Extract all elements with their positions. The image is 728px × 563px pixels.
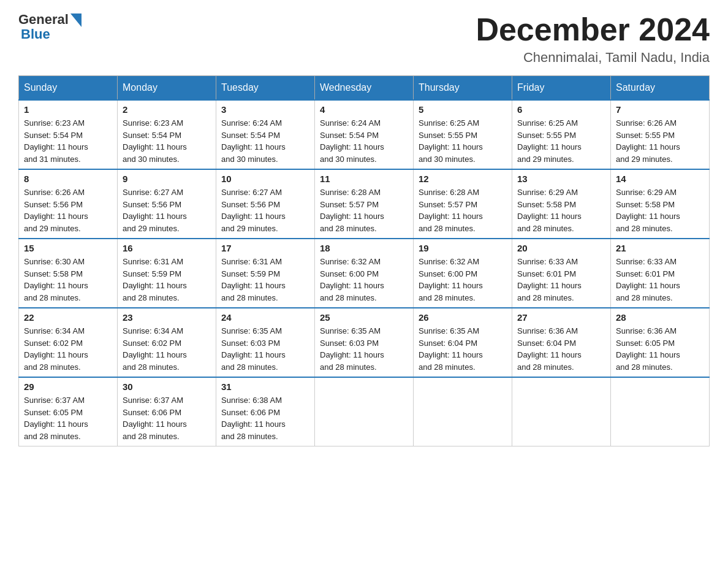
calendar-cell: 6Sunrise: 6:25 AMSunset: 5:55 PMDaylight…	[512, 100, 611, 169]
calendar-cell	[611, 377, 710, 446]
calendar-cell: 22Sunrise: 6:34 AMSunset: 6:02 PMDayligh…	[19, 308, 118, 377]
logo-triangle-icon	[70, 13, 82, 27]
header-thursday: Thursday	[414, 76, 512, 101]
calendar-cell: 19Sunrise: 6:32 AMSunset: 6:00 PMDayligh…	[414, 239, 512, 308]
day-info: Sunrise: 6:25 AMSunset: 5:55 PMDaylight:…	[419, 117, 507, 165]
day-number: 2	[123, 104, 211, 115]
calendar-cell	[414, 377, 512, 446]
day-number: 26	[419, 312, 507, 323]
calendar-cell: 30Sunrise: 6:37 AMSunset: 6:06 PMDayligh…	[118, 377, 216, 446]
calendar-cell: 29Sunrise: 6:37 AMSunset: 6:05 PMDayligh…	[19, 377, 118, 446]
day-number: 24	[221, 312, 309, 323]
day-info: Sunrise: 6:34 AMSunset: 6:02 PMDaylight:…	[24, 325, 112, 373]
week-row-5: 29Sunrise: 6:37 AMSunset: 6:05 PMDayligh…	[19, 377, 710, 446]
calendar-table: SundayMondayTuesdayWednesdayThursdayFrid…	[18, 75, 710, 446]
header-saturday: Saturday	[611, 76, 710, 101]
calendar-cell	[512, 377, 611, 446]
day-info: Sunrise: 6:29 AMSunset: 5:58 PMDaylight:…	[616, 186, 704, 234]
day-info: Sunrise: 6:30 AMSunset: 5:58 PMDaylight:…	[24, 256, 112, 304]
calendar-cell: 4Sunrise: 6:24 AMSunset: 5:54 PMDaylight…	[315, 100, 414, 169]
calendar-cell: 10Sunrise: 6:27 AMSunset: 5:56 PMDayligh…	[216, 169, 315, 239]
day-info: Sunrise: 6:31 AMSunset: 5:59 PMDaylight:…	[221, 256, 309, 304]
calendar-cell: 17Sunrise: 6:31 AMSunset: 5:59 PMDayligh…	[216, 239, 315, 308]
header-sunday: Sunday	[19, 76, 118, 101]
day-info: Sunrise: 6:32 AMSunset: 6:00 PMDaylight:…	[320, 256, 408, 304]
day-info: Sunrise: 6:32 AMSunset: 6:00 PMDaylight:…	[419, 256, 507, 304]
day-info: Sunrise: 6:27 AMSunset: 5:56 PMDaylight:…	[123, 186, 211, 234]
day-number: 17	[221, 243, 309, 253]
calendar-cell: 13Sunrise: 6:29 AMSunset: 5:58 PMDayligh…	[512, 169, 611, 239]
week-row-3: 15Sunrise: 6:30 AMSunset: 5:58 PMDayligh…	[19, 239, 710, 308]
calendar-cell: 26Sunrise: 6:35 AMSunset: 6:04 PMDayligh…	[414, 308, 512, 377]
day-number: 31	[221, 381, 309, 392]
day-number: 23	[123, 312, 211, 323]
month-year-title: December 2024	[476, 12, 710, 47]
day-info: Sunrise: 6:31 AMSunset: 5:59 PMDaylight:…	[123, 256, 211, 304]
day-info: Sunrise: 6:27 AMSunset: 5:56 PMDaylight:…	[221, 186, 309, 234]
day-number: 8	[24, 174, 112, 184]
day-info: Sunrise: 6:36 AMSunset: 6:05 PMDaylight:…	[616, 325, 704, 373]
calendar-cell: 2Sunrise: 6:23 AMSunset: 5:54 PMDaylight…	[118, 100, 216, 169]
calendar-cell: 24Sunrise: 6:35 AMSunset: 6:03 PMDayligh…	[216, 308, 315, 377]
day-info: Sunrise: 6:23 AMSunset: 5:54 PMDaylight:…	[24, 117, 112, 165]
header-tuesday: Tuesday	[216, 76, 315, 101]
calendar-cell: 31Sunrise: 6:38 AMSunset: 6:06 PMDayligh…	[216, 377, 315, 446]
week-row-4: 22Sunrise: 6:34 AMSunset: 6:02 PMDayligh…	[19, 308, 710, 377]
calendar-cell: 28Sunrise: 6:36 AMSunset: 6:05 PMDayligh…	[611, 308, 710, 377]
day-number: 3	[221, 104, 309, 115]
day-number: 6	[517, 104, 605, 115]
calendar-cell: 12Sunrise: 6:28 AMSunset: 5:57 PMDayligh…	[414, 169, 512, 239]
calendar-cell: 18Sunrise: 6:32 AMSunset: 6:00 PMDayligh…	[315, 239, 414, 308]
day-info: Sunrise: 6:33 AMSunset: 6:01 PMDaylight:…	[616, 256, 704, 304]
logo-general: General	[18, 12, 69, 27]
logo: General Blue	[18, 12, 82, 42]
day-number: 7	[616, 104, 704, 115]
day-number: 30	[123, 381, 211, 392]
day-info: Sunrise: 6:25 AMSunset: 5:55 PMDaylight:…	[517, 117, 605, 165]
day-info: Sunrise: 6:28 AMSunset: 5:57 PMDaylight:…	[419, 186, 507, 234]
day-info: Sunrise: 6:26 AMSunset: 5:55 PMDaylight:…	[616, 117, 704, 165]
day-number: 5	[419, 104, 507, 115]
day-info: Sunrise: 6:38 AMSunset: 6:06 PMDaylight:…	[221, 394, 309, 442]
location-subtitle: Chennimalai, Tamil Nadu, India	[476, 50, 710, 66]
day-info: Sunrise: 6:35 AMSunset: 6:03 PMDaylight:…	[221, 325, 309, 373]
day-number: 4	[320, 104, 408, 115]
day-number: 29	[24, 381, 112, 392]
day-number: 27	[517, 312, 605, 323]
page-header: General Blue December 2024 Chennimalai, …	[18, 12, 710, 66]
day-info: Sunrise: 6:37 AMSunset: 6:05 PMDaylight:…	[24, 394, 112, 442]
calendar-cell: 23Sunrise: 6:34 AMSunset: 6:02 PMDayligh…	[118, 308, 216, 377]
calendar-cell: 5Sunrise: 6:25 AMSunset: 5:55 PMDaylight…	[414, 100, 512, 169]
day-number: 14	[616, 174, 704, 184]
calendar-cell: 25Sunrise: 6:35 AMSunset: 6:03 PMDayligh…	[315, 308, 414, 377]
day-info: Sunrise: 6:28 AMSunset: 5:57 PMDaylight:…	[320, 186, 408, 234]
day-info: Sunrise: 6:37 AMSunset: 6:06 PMDaylight:…	[123, 394, 211, 442]
day-number: 20	[517, 243, 605, 253]
title-section: December 2024 Chennimalai, Tamil Nadu, I…	[476, 12, 710, 66]
day-info: Sunrise: 6:26 AMSunset: 5:56 PMDaylight:…	[24, 186, 112, 234]
day-info: Sunrise: 6:35 AMSunset: 6:04 PMDaylight:…	[419, 325, 507, 373]
calendar-cell: 3Sunrise: 6:24 AMSunset: 5:54 PMDaylight…	[216, 100, 315, 169]
day-number: 18	[320, 243, 408, 253]
day-number: 25	[320, 312, 408, 323]
calendar-header-row: SundayMondayTuesdayWednesdayThursdayFrid…	[19, 76, 710, 101]
day-number: 10	[221, 174, 309, 184]
week-row-1: 1Sunrise: 6:23 AMSunset: 5:54 PMDaylight…	[19, 100, 710, 169]
day-number: 19	[419, 243, 507, 253]
day-number: 22	[24, 312, 112, 323]
calendar-cell: 1Sunrise: 6:23 AMSunset: 5:54 PMDaylight…	[19, 100, 118, 169]
calendar-cell: 20Sunrise: 6:33 AMSunset: 6:01 PMDayligh…	[512, 239, 611, 308]
day-number: 28	[616, 312, 704, 323]
day-number: 13	[517, 174, 605, 184]
day-info: Sunrise: 6:24 AMSunset: 5:54 PMDaylight:…	[221, 117, 309, 165]
svg-marker-0	[70, 13, 82, 27]
day-info: Sunrise: 6:23 AMSunset: 5:54 PMDaylight:…	[123, 117, 211, 165]
header-friday: Friday	[512, 76, 611, 101]
day-number: 15	[24, 243, 112, 253]
day-number: 1	[24, 104, 112, 115]
calendar-cell: 8Sunrise: 6:26 AMSunset: 5:56 PMDaylight…	[19, 169, 118, 239]
week-row-2: 8Sunrise: 6:26 AMSunset: 5:56 PMDaylight…	[19, 169, 710, 239]
day-info: Sunrise: 6:29 AMSunset: 5:58 PMDaylight:…	[517, 186, 605, 234]
calendar-cell: 14Sunrise: 6:29 AMSunset: 5:58 PMDayligh…	[611, 169, 710, 239]
calendar-cell: 21Sunrise: 6:33 AMSunset: 6:01 PMDayligh…	[611, 239, 710, 308]
